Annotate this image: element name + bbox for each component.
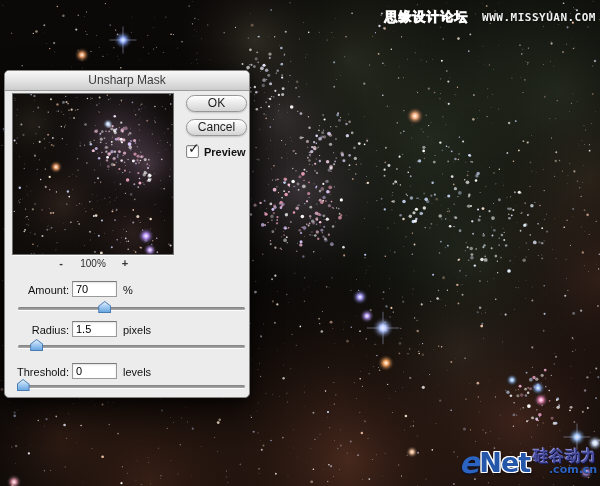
dialog-preview-image[interactable] <box>13 94 173 254</box>
ok-button[interactable]: OK <box>186 95 247 112</box>
watermark-enet: e Net 硅谷动力 .com.cn <box>459 449 597 475</box>
amount-slider-track[interactable] <box>18 307 245 310</box>
watermark-enet-block: 硅谷动力 .com.cn <box>533 449 597 475</box>
dialog-title: Unsharp Mask <box>88 73 165 87</box>
checkmark-icon: ✓ <box>188 141 200 155</box>
amount-label: Amount: <box>7 284 69 296</box>
radius-slider-track[interactable] <box>18 345 245 348</box>
preview-zoom-controls: - 100% + <box>12 257 174 270</box>
threshold-input[interactable] <box>72 363 117 379</box>
preview-frame <box>12 93 174 255</box>
watermark-enet-net: Net <box>479 450 530 475</box>
threshold-label: Threshold: <box>7 366 69 378</box>
unsharp-mask-dialog: Unsharp Mask - 100% + Amount: % Radius: … <box>4 70 250 398</box>
threshold-unit: levels <box>123 366 151 378</box>
radius-unit: pixels <box>123 324 151 336</box>
threshold-slider-track[interactable] <box>18 385 245 388</box>
preview-checkbox[interactable]: ✓ <box>186 145 199 158</box>
threshold-slider-thumb[interactable] <box>17 379 30 391</box>
radius-slider[interactable] <box>18 339 245 352</box>
amount-slider-thumb[interactable] <box>98 301 111 313</box>
watermark-missyuan-cn: 思缘设计论坛 <box>384 9 468 24</box>
amount-unit: % <box>123 284 133 296</box>
cancel-button[interactable]: Cancel <box>186 119 247 136</box>
zoom-out-button[interactable]: - <box>54 257 68 269</box>
preview-checkbox-label: Preview <box>204 146 246 158</box>
dialog-title-bar[interactable]: Unsharp Mask <box>5 71 249 91</box>
photoshop-canvas-area: 思缘设计论坛 WWW.MISSYUAN.COM e Net 硅谷动力 .com.… <box>0 0 600 486</box>
amount-slider[interactable] <box>18 301 245 314</box>
amount-input[interactable] <box>72 281 117 297</box>
radius-slider-thumb[interactable] <box>30 339 43 351</box>
radius-input[interactable] <box>72 321 117 337</box>
watermark-enet-cn: 硅谷动力 <box>533 449 597 464</box>
threshold-slider[interactable] <box>18 379 245 392</box>
radius-label: Radius: <box>7 324 69 336</box>
watermark-missyuan: 思缘设计论坛 WWW.MISSYUAN.COM <box>384 6 596 26</box>
zoom-in-button[interactable]: + <box>118 257 132 269</box>
watermark-missyuan-url: WWW.MISSYUAN.COM <box>482 11 596 24</box>
zoom-level: 100% <box>70 258 116 269</box>
watermark-enet-e: e <box>459 450 479 475</box>
watermark-enet-domain: .com.cn <box>533 464 597 475</box>
